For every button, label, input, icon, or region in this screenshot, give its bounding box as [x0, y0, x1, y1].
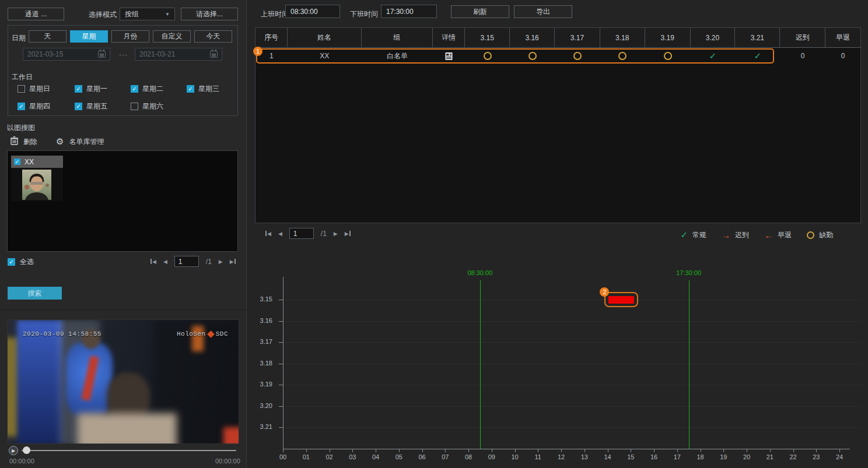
please-select-button[interactable]: 请选择...	[181, 8, 238, 20]
checkbox[interactable]: ✓	[131, 85, 138, 93]
workday-checkbox-item[interactable]: ✓星期一	[75, 84, 131, 94]
gear-icon[interactable]: ⚙	[56, 138, 64, 146]
x-axis-label: 19	[716, 453, 731, 460]
start-date-input[interactable]: 2021-03-15	[23, 48, 110, 61]
y-axis-tick	[279, 364, 283, 364]
x-axis-label: 12	[554, 453, 569, 460]
date-mode-button[interactable]: 自定义	[153, 30, 191, 43]
y-axis-label: 3.21	[247, 423, 272, 430]
x-axis-label: 21	[762, 453, 778, 460]
legend-check-icon: ✓	[680, 230, 688, 240]
workday-label: 工作日	[12, 72, 33, 82]
x-axis-label: 13	[577, 453, 592, 460]
workday-checkbox-item[interactable]: 星期六	[131, 101, 187, 111]
table-column-header: 详情	[433, 28, 465, 47]
legend-arrow-right-icon: →	[722, 230, 730, 240]
search-button[interactable]: 搜索	[8, 287, 62, 300]
table-column-header: 3.19	[645, 28, 691, 47]
table-row[interactable]: 1XX白名单✓✓00	[256, 48, 860, 64]
calendar-icon[interactable]	[98, 51, 106, 58]
face-photo[interactable]	[22, 170, 51, 200]
x-axis-tick	[839, 449, 840, 452]
first-page-icon[interactable]: ◀	[265, 231, 271, 237]
video-timestamp: 2020-03-09 14:58:55	[23, 330, 102, 337]
legend-label: 早退	[778, 230, 792, 240]
chart-gridline	[284, 427, 862, 428]
end-date-input[interactable]: 2021-03-21	[135, 48, 222, 61]
x-axis-label: 08	[461, 453, 476, 460]
x-axis-tick	[701, 449, 701, 452]
table-column-header: 3.21	[735, 28, 780, 47]
prev-page-icon[interactable]: ◀	[163, 259, 167, 265]
seekbar-handle[interactable]	[23, 446, 30, 454]
chart-gridline	[284, 406, 862, 407]
first-page-icon[interactable]: ◀	[150, 259, 156, 265]
cell-day-status	[645, 48, 691, 64]
x-axis-label: 06	[415, 453, 430, 460]
video-player[interactable]: 2020-03-09 14:58:55 HoloSen SDC	[7, 319, 239, 444]
sidebar-pagination: ◀ ◀ /1 ▶ ▶	[150, 256, 236, 267]
channel-button[interactable]: 通道 ...	[8, 8, 64, 20]
page-input[interactable]	[289, 228, 314, 239]
x-axis-line	[283, 449, 850, 449]
checkbox[interactable]	[18, 85, 25, 93]
y-axis-tick	[279, 321, 283, 322]
checkbox[interactable]	[131, 103, 138, 110]
x-axis-label: 11	[530, 453, 545, 460]
legend-label: 迟到	[735, 230, 749, 240]
x-axis-tick	[352, 449, 353, 452]
workday-checkbox-item[interactable]: ✓星期五	[75, 101, 131, 111]
delete-button[interactable]: 删除	[23, 137, 37, 147]
video-elapsed-time: 00:00:00	[9, 458, 34, 465]
checkbox[interactable]: ✓	[75, 103, 82, 110]
select-all-row: ✓ 全选	[8, 257, 34, 267]
next-page-icon[interactable]: ▶	[334, 231, 338, 237]
select-mode-dropdown[interactable]: 按组 ▼	[120, 8, 175, 20]
work-time-marker-label: 08:30:00	[460, 269, 501, 276]
work-end-input[interactable]	[381, 5, 437, 18]
select-all-checkbox[interactable]: ✓	[8, 258, 15, 266]
work-start-input[interactable]	[285, 5, 340, 18]
date-mode-button[interactable]: 月份	[111, 30, 149, 43]
work-time-marker-line	[689, 280, 690, 449]
export-button[interactable]: 导出	[514, 5, 572, 18]
prev-page-icon[interactable]: ◀	[278, 231, 282, 237]
next-page-icon[interactable]: ▶	[219, 259, 223, 265]
date-mode-button[interactable]: 今天	[194, 30, 232, 43]
table-column-header: 3.15	[465, 28, 510, 47]
face-card-checkbox[interactable]: ✓	[14, 159, 20, 165]
x-axis-tick	[608, 449, 608, 452]
date-mode-button[interactable]: 星期	[70, 30, 108, 43]
absent-circle-icon	[528, 52, 537, 60]
workday-checkbox-item[interactable]: ✓星期二	[131, 84, 187, 94]
last-page-icon[interactable]: ▶	[230, 259, 236, 265]
checkbox[interactable]: ✓	[75, 85, 82, 93]
checkbox[interactable]: ✓	[187, 85, 194, 93]
workday-checkbox-item[interactable]: 星期日	[18, 84, 75, 94]
legend-item: ✓常规	[680, 230, 706, 240]
date-mode-buttons: 天星期月份自定义今天	[29, 30, 232, 43]
page-input[interactable]	[174, 256, 199, 267]
library-manage-button[interactable]: 名单库管理	[69, 137, 104, 147]
date-mode-button[interactable]: 天	[29, 30, 66, 43]
attendance-table: 序号姓名组详情3.153.163.173.183.193.203.21迟到早退 …	[255, 27, 861, 223]
refresh-button[interactable]: 刷新	[451, 5, 509, 18]
last-page-icon[interactable]: ▶	[345, 231, 351, 237]
video-total-time: 00:00:00	[215, 458, 240, 465]
workday-grid: 星期日✓星期一✓星期二✓星期三✓星期四✓星期五星期六	[18, 84, 235, 111]
x-axis-tick	[677, 449, 678, 452]
table-column-header: 迟到	[780, 28, 825, 47]
face-card[interactable]: ✓ XX	[11, 156, 63, 201]
cell-detail[interactable]	[433, 48, 465, 64]
x-axis-tick	[376, 449, 376, 452]
calendar-icon[interactable]	[210, 51, 218, 58]
cell-day-status: ✓	[691, 48, 736, 64]
table-column-header: 组	[362, 28, 433, 47]
workday-checkbox-item[interactable]: ✓星期三	[187, 84, 235, 94]
trash-icon[interactable]	[10, 136, 18, 147]
workday-checkbox-item[interactable]: ✓星期四	[18, 101, 75, 111]
video-seekbar[interactable]	[22, 450, 236, 451]
sidebar-divider	[0, 309, 247, 310]
play-button[interactable]: ▶	[9, 446, 18, 455]
checkbox[interactable]: ✓	[18, 103, 25, 110]
